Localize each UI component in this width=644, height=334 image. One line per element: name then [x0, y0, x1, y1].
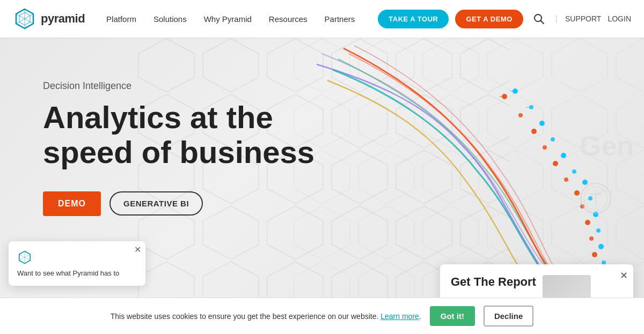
nav-links: Platform Solutions Why Pyramid Resources… — [106, 14, 378, 24]
svg-point-30 — [564, 177, 568, 182]
svg-point-34 — [589, 236, 594, 241]
hero-subtitle: Decision Intelligence — [43, 80, 314, 92]
svg-point-27 — [531, 129, 537, 134]
svg-point-33 — [585, 220, 590, 225]
navbar: pyramid Platform Solutions Why Pyramid R… — [0, 0, 644, 38]
hero-demo-button[interactable]: DEMO — [43, 191, 101, 216]
svg-point-35 — [592, 252, 597, 257]
got-it-button[interactable]: Got it! — [430, 306, 475, 326]
nav-divider: | — [555, 14, 558, 24]
svg-point-29 — [553, 161, 558, 166]
cookie-message: This website uses cookies to ensure you … — [111, 312, 421, 321]
nav-item-solutions[interactable]: Solutions — [153, 14, 187, 24]
logo-text: pyramid — [41, 12, 85, 26]
logo[interactable]: pyramid — [13, 7, 85, 31]
nav-item-resources[interactable]: Resources — [269, 14, 308, 24]
hero-title-line1: Analytics at the — [43, 100, 273, 135]
cookie-text-content: This website uses cookies to ensure you … — [111, 312, 379, 321]
popup-demo-logo-area — [17, 250, 126, 265]
cookie-banner: This website uses cookies to ensure you … — [0, 298, 644, 334]
svg-point-31 — [574, 190, 580, 196]
cookie-learn-more-link[interactable]: Learn more — [380, 312, 419, 321]
take-a-tour-button[interactable]: TAKE A TOUR — [378, 10, 449, 28]
popup-report-close-button[interactable]: ✕ — [620, 270, 628, 281]
popup-report-content: Get The Report — [451, 275, 536, 289]
search-button[interactable] — [530, 10, 548, 28]
hero-section: Gen Decision Intelligence Analytics at t… — [0, 38, 644, 334]
svg-point-14 — [551, 137, 555, 142]
hero-buttons: DEMO GENERATIVE BI — [43, 191, 314, 216]
popup-demo-close-button[interactable]: ✕ — [134, 246, 141, 254]
hero-title-line2: speed of business — [43, 135, 314, 169]
svg-point-26 — [518, 113, 523, 117]
svg-point-13 — [539, 121, 545, 126]
svg-point-18 — [588, 196, 592, 201]
svg-text:Gen: Gen — [580, 130, 634, 161]
svg-point-16 — [572, 169, 576, 174]
hero-content: Decision Intelligence Analytics at the s… — [43, 80, 314, 216]
get-a-demo-button[interactable]: GET A DEMO — [455, 10, 523, 28]
decline-button[interactable]: Decline — [484, 306, 533, 326]
svg-line-6 — [540, 21, 544, 24]
svg-point-15 — [561, 153, 566, 158]
hero-generative-button[interactable]: GENERATIVE BI — [109, 191, 203, 216]
nav-item-partners[interactable]: Partners — [325, 14, 355, 24]
nav-right: TAKE A TOUR GET A DEMO | SUPPORT LOGIN — [378, 10, 631, 28]
popup-logo-icon — [17, 250, 32, 265]
nav-item-platform[interactable]: Platform — [106, 14, 136, 24]
svg-point-20 — [596, 228, 601, 233]
popup-report-title: Get The Report — [451, 275, 536, 289]
svg-point-21 — [598, 244, 604, 249]
svg-point-17 — [582, 180, 588, 185]
svg-point-28 — [543, 145, 547, 150]
nav-item-why-pyramid[interactable]: Why Pyramid — [204, 14, 252, 24]
svg-point-19 — [593, 212, 598, 217]
popup-demo-text: Want to see what Pyramid has to — [17, 269, 126, 277]
logo-icon — [13, 7, 36, 31]
popup-demo: Want to see what Pyramid has to ✕ — [9, 241, 145, 286]
hero-title: Analytics at the speed of business — [43, 100, 314, 170]
support-link[interactable]: SUPPORT — [565, 14, 601, 23]
search-icon — [533, 13, 545, 25]
login-link[interactable]: LOGIN — [608, 14, 631, 23]
